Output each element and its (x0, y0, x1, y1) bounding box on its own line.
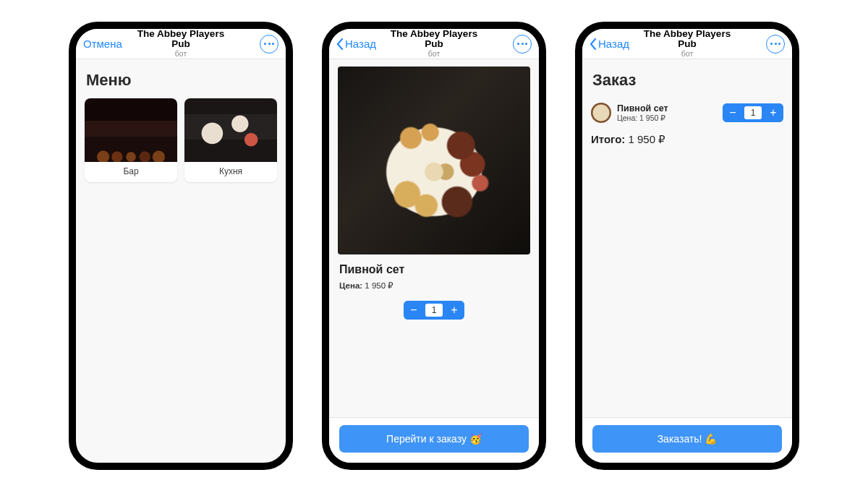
content-area: Заказ Пивной сет Цена: 1 950 ₽ − 1 + Ито… (582, 59, 792, 417)
cancel-button[interactable]: Отмена (83, 38, 127, 50)
footer: Заказать! 💪 (582, 417, 792, 463)
place-order-button[interactable]: Заказать! 💪 (592, 425, 782, 453)
order-total: Итого: 1 950 ₽ (591, 133, 783, 146)
qty-value: 1 (744, 106, 762, 119)
qty-increment-button[interactable]: + (763, 103, 783, 122)
total-label: Итого: (591, 133, 625, 145)
total-value: 1 950 ₽ (628, 133, 665, 145)
more-button[interactable] (260, 35, 278, 53)
qty-decrement-button[interactable]: − (404, 301, 424, 320)
price-value: 1 950 ₽ (639, 114, 665, 122)
header-title: The Abbey Players Pub бот (129, 29, 234, 59)
back-label: Назад (598, 38, 629, 50)
price-label: Цена: (617, 114, 637, 122)
order-item-row: Пивной сет Цена: 1 950 ₽ − 1 + (591, 98, 783, 130)
app-subtitle: бот (635, 51, 740, 59)
app-title: The Abbey Players Pub (129, 29, 234, 51)
category-thumb-bar (85, 98, 177, 162)
more-icon (517, 43, 527, 45)
category-card-kitchen[interactable]: Кухня (184, 98, 277, 182)
header: Отмена The Abbey Players Pub бот (76, 29, 286, 59)
back-button[interactable]: Назад (336, 38, 380, 50)
page-title: Заказ (592, 71, 783, 90)
more-button[interactable] (513, 35, 532, 53)
category-label: Кухня (184, 162, 277, 182)
category-label: Бар (85, 162, 177, 182)
qty-increment-button[interactable]: + (444, 301, 464, 320)
app-title: The Abbey Players Pub (382, 29, 487, 51)
app-subtitle: бот (129, 51, 234, 59)
category-grid: Бар Кухня (85, 98, 277, 182)
phone-screen-menu: Отмена The Abbey Players Pub бот Меню Ба… (69, 22, 293, 470)
qty-decrement-button[interactable]: − (723, 103, 743, 122)
header: Назад The Abbey Players Pub бот (582, 29, 792, 59)
header: Назад The Abbey Players Pub бот (329, 29, 539, 59)
chevron-left-icon (590, 38, 597, 50)
more-icon (264, 43, 274, 45)
content-area: Пивной сет Цена: 1 950 ₽ − 1 + (329, 59, 539, 417)
more-icon (770, 43, 780, 45)
header-title: The Abbey Players Pub бот (382, 29, 487, 59)
back-button[interactable]: Назад (590, 38, 633, 50)
back-label: Назад (345, 38, 376, 50)
more-button[interactable] (766, 35, 785, 53)
product-photo (338, 67, 530, 254)
price-label: Цена: (339, 281, 362, 290)
cancel-label: Отмена (83, 38, 122, 50)
order-item-name: Пивной сет (617, 103, 668, 114)
order-item-price: Цена: 1 950 ₽ (617, 114, 668, 122)
phone-screen-product: Назад The Abbey Players Pub бот Пивной с… (322, 22, 546, 470)
product-title: Пивной сет (339, 263, 529, 276)
product-price: Цена: 1 950 ₽ (339, 281, 529, 291)
category-thumb-kitchen (184, 98, 277, 162)
qty-value: 1 (425, 304, 443, 317)
quantity-stepper: − 1 + (723, 103, 783, 122)
footer: Перейти к заказу 🥳 (329, 417, 539, 463)
phone-screen-order: Назад The Abbey Players Pub бот Заказ Пи… (575, 22, 799, 470)
app-subtitle: бот (382, 51, 487, 59)
app-title: The Abbey Players Pub (635, 29, 740, 51)
content-area: Меню Бар Кухня (76, 59, 286, 463)
page-title: Меню (86, 71, 277, 90)
header-title: The Abbey Players Pub бот (635, 29, 740, 59)
category-card-bar[interactable]: Бар (85, 98, 177, 182)
price-value: 1 950 ₽ (365, 281, 393, 290)
order-item-thumb (591, 103, 611, 123)
quantity-stepper: − 1 + (404, 301, 464, 320)
go-to-order-button[interactable]: Перейти к заказу 🥳 (339, 425, 529, 453)
chevron-left-icon (336, 38, 344, 50)
